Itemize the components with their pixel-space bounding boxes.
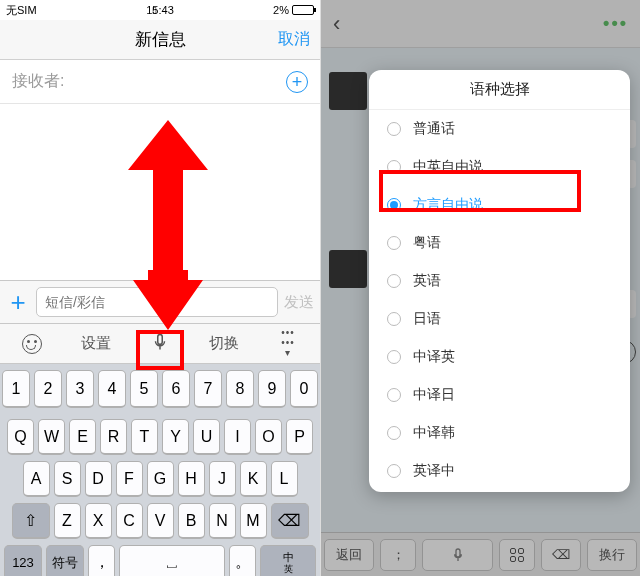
key-T[interactable]: T [131,419,158,455]
key-U[interactable]: U [193,419,220,455]
language-label: 中译英 [413,348,455,366]
shift-key[interactable]: ⇧ [12,503,50,539]
left-phone: 无SIM ▯ 15:43 2% 新信息 取消 接收者: + + 发送 设置 切换… [0,0,320,576]
language-option[interactable]: 英译中 [369,452,630,490]
key-N[interactable]: N [209,503,236,539]
period-key[interactable]: 。 [229,545,256,576]
language-label: 中译日 [413,386,455,404]
radio-icon [387,236,401,250]
smiley-icon [22,334,42,354]
key-L[interactable]: L [271,461,298,497]
key-X[interactable]: X [85,503,112,539]
key-V[interactable]: V [147,503,174,539]
status-time: 15:43 [0,4,320,16]
key-M[interactable]: M [240,503,267,539]
key-F[interactable]: F [116,461,143,497]
radio-icon [387,312,401,326]
key-7[interactable]: 7 [194,370,222,408]
recipient-label: 接收者: [12,71,286,92]
page-title: 新信息 [135,28,186,51]
number-row: 1234567890 [0,364,320,414]
language-option[interactable]: 中译韩 [369,414,630,452]
radio-icon [387,274,401,288]
key-0[interactable]: 0 [290,370,318,408]
radio-icon [387,426,401,440]
language-option[interactable]: 中译日 [369,376,630,414]
key-R[interactable]: R [100,419,127,455]
language-option[interactable]: 普通话 [369,110,630,148]
backspace-key[interactable]: ⌫ [271,503,309,539]
key-K[interactable]: K [240,461,267,497]
language-list[interactable]: 普通话中英自由说方言自由说粤语英语日语中译英中译日中译韩英译中日译中 [369,109,630,492]
attach-plus-icon[interactable]: + [6,287,30,318]
battery-icon [292,5,314,15]
key-H[interactable]: H [178,461,205,497]
language-label: 英译中 [413,462,455,480]
language-select-popup: 语种选择 普通话中英自由说方言自由说粤语英语日语中译英中译日中译韩英译中日译中 [369,70,630,492]
key-I[interactable]: I [224,419,251,455]
status-bar: 无SIM ▯ 15:43 2% [0,0,320,20]
radio-icon [387,122,401,136]
key-8[interactable]: 8 [226,370,254,408]
more-keyboard-button[interactable]: ••••••▾ [256,328,320,359]
language-option[interactable]: 日语 [369,300,630,338]
recipient-row[interactable]: 接收者: + [0,60,320,104]
key-W[interactable]: W [38,419,65,455]
qwerty-keyboard: QWERTYUIOP ASDFGHJKL ⇧ ZXCVBNM ⌫ 123 符号 … [0,414,320,576]
emoji-button[interactable] [0,334,64,354]
key-A[interactable]: A [23,461,50,497]
language-option[interactable]: 中译英 [369,338,630,376]
conversation-area [0,104,320,280]
space-key[interactable]: ⎵ [119,545,225,576]
key-Q[interactable]: Q [7,419,34,455]
keyboard-toolbar: 设置 切换 ••••••▾ [0,324,320,364]
comma-key[interactable]: ， [88,545,115,576]
key-6[interactable]: 6 [162,370,190,408]
language-label: 日语 [413,310,441,328]
cancel-button[interactable]: 取消 [278,29,310,50]
language-option[interactable]: 日译中 [369,490,630,492]
message-input[interactable] [36,287,278,317]
add-recipient-icon[interactable]: + [286,71,308,93]
language-option[interactable]: 粤语 [369,224,630,262]
key-D[interactable]: D [85,461,112,497]
key-C[interactable]: C [116,503,143,539]
numlock-key[interactable]: 123 [4,545,42,576]
symbol-key[interactable]: 符号 [46,545,84,576]
key-S[interactable]: S [54,461,81,497]
key-E[interactable]: E [69,419,96,455]
language-option[interactable]: 英语 [369,262,630,300]
key-O[interactable]: O [255,419,282,455]
language-label: 英语 [413,272,441,290]
settings-button[interactable]: 设置 [64,334,128,353]
key-5[interactable]: 5 [130,370,158,408]
language-label: 粤语 [413,234,441,252]
radio-icon [387,388,401,402]
right-phone: ‹ ••• » 返回 ； ⌫ 换行 语种选择 普通话中英自由说方言自由说粤语英语… [320,0,640,576]
popup-title: 语种选择 [369,70,630,109]
voice-input-button[interactable] [128,331,192,356]
message-input-bar: + 发送 [0,280,320,324]
highlight-mic [136,330,184,370]
nav-bar: 新信息 取消 [0,20,320,60]
radio-icon [387,464,401,478]
key-4[interactable]: 4 [98,370,126,408]
lang-switch-key[interactable]: 中英 [260,545,316,576]
radio-icon [387,350,401,364]
send-button[interactable]: 发送 [284,293,314,312]
key-3[interactable]: 3 [66,370,94,408]
key-B[interactable]: B [178,503,205,539]
key-Z[interactable]: Z [54,503,81,539]
switch-button[interactable]: 切换 [192,334,256,353]
highlight-selected-language [379,170,581,212]
language-label: 中译韩 [413,424,455,442]
grid-icon: ••••••▾ [279,328,297,358]
language-label: 普通话 [413,120,455,138]
key-P[interactable]: P [286,419,313,455]
key-2[interactable]: 2 [34,370,62,408]
key-9[interactable]: 9 [258,370,286,408]
key-Y[interactable]: Y [162,419,189,455]
key-1[interactable]: 1 [2,370,30,408]
key-J[interactable]: J [209,461,236,497]
key-G[interactable]: G [147,461,174,497]
